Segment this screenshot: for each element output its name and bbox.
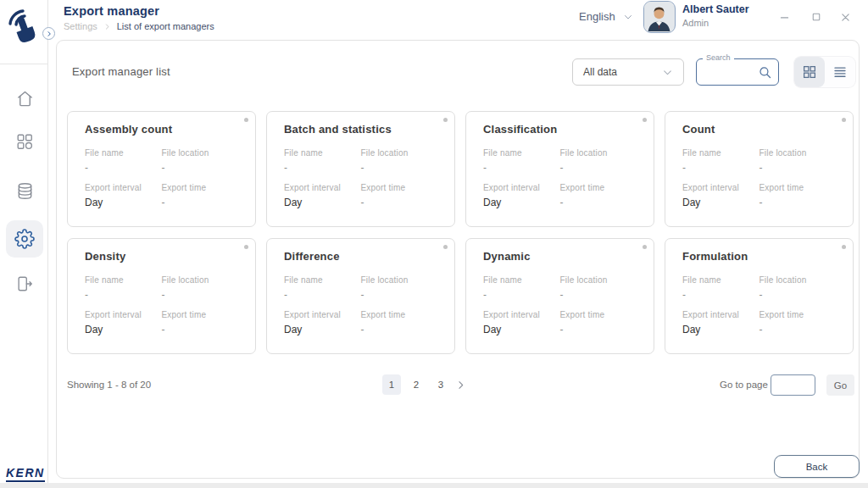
field-value: Day	[682, 324, 760, 336]
touch-logo-icon	[4, 4, 45, 55]
avatar[interactable]	[643, 1, 676, 33]
export-manager-card[interactable]: Density File name - Export interval Day …	[67, 238, 256, 354]
field-label: Export interval	[483, 310, 560, 319]
export-manager-card[interactable]: Dynamic File name - Export interval Day …	[465, 238, 654, 354]
sidebar-item-database[interactable]	[6, 172, 43, 209]
sidebar-item-settings[interactable]	[6, 220, 43, 258]
logout-icon	[15, 274, 34, 293]
kern-brand-logo: KERN	[6, 466, 45, 482]
sidebar: KERN	[0, 0, 48, 483]
field-value: -	[560, 289, 637, 301]
search-box: Search	[696, 58, 779, 86]
pagination-summary: Showing 1 - 8 of 20	[67, 380, 151, 390]
chevron-down-icon	[662, 67, 673, 78]
field-label: File name	[483, 275, 560, 285]
field-value: -	[361, 324, 438, 336]
sidebar-expand-button[interactable]	[42, 27, 55, 40]
field-value: Day	[85, 324, 162, 336]
export-manager-card[interactable]: Classification File name - Export interv…	[465, 111, 654, 227]
field-value: -	[162, 162, 239, 174]
page-title: Export manager	[64, 4, 159, 18]
pagination-pages: 123	[382, 374, 450, 395]
user-role: Admin	[682, 18, 709, 28]
card-title: Dynamic	[483, 250, 637, 263]
field-value: Day	[483, 197, 560, 208]
search-icon[interactable]	[758, 65, 772, 80]
export-manager-card[interactable]: Assembly count File name - Export interv…	[67, 111, 256, 227]
sidebar-item-home[interactable]	[6, 80, 43, 117]
sidebar-item-apps[interactable]	[6, 123, 43, 160]
goto-page-label: Go to page	[720, 380, 768, 390]
field-label: Export interval	[682, 183, 760, 192]
field-label: File name	[682, 148, 760, 158]
field-label: File location	[760, 275, 837, 285]
field-value: -	[162, 324, 239, 336]
field-value: -	[483, 289, 560, 301]
maximize-button[interactable]	[810, 10, 823, 24]
field-label: File location	[361, 148, 438, 158]
export-manager-card[interactable]: Difference File name - Export interval D…	[266, 238, 455, 354]
chevron-down-icon	[623, 12, 633, 22]
back-button[interactable]: Back	[774, 455, 860, 478]
card-status-dot-icon	[443, 245, 448, 249]
field-label: File name	[682, 275, 760, 285]
bottom-strip	[0, 483, 868, 488]
page-button-1[interactable]: 1	[382, 374, 401, 395]
field-label: Export interval	[483, 183, 560, 192]
goto-page-input[interactable]	[771, 374, 815, 396]
user-name: Albert Sauter	[682, 3, 749, 15]
field-label: File name	[284, 148, 361, 158]
list-view-button[interactable]	[825, 57, 855, 87]
breadcrumb-current: List of export managers	[117, 21, 214, 31]
database-icon	[15, 181, 35, 201]
grid-view-icon	[802, 64, 817, 80]
filter-dropdown[interactable]: All data	[572, 58, 684, 86]
field-value: -	[760, 197, 837, 208]
minimize-button[interactable]	[777, 10, 791, 24]
list-view-icon	[832, 64, 848, 80]
card-title: Density	[85, 250, 238, 263]
close-button[interactable]	[838, 10, 852, 24]
field-label: Export interval	[85, 183, 162, 192]
card-status-dot-icon	[443, 118, 448, 122]
breadcrumb-parent[interactable]: Settings	[64, 21, 97, 31]
field-value: -	[361, 197, 438, 208]
field-label: Export time	[560, 310, 637, 319]
field-value: Day	[284, 324, 361, 336]
card-title: Assembly count	[85, 123, 238, 136]
field-value: -	[760, 289, 837, 301]
field-label: Export interval	[682, 310, 760, 319]
search-input[interactable]	[702, 62, 754, 82]
field-label: Export time	[162, 183, 239, 192]
export-manager-card[interactable]: Formulation File name - Export interval …	[665, 238, 854, 354]
export-manager-card[interactable]: Batch and statistics File name - Export …	[266, 111, 455, 227]
filter-dropdown-value: All data	[583, 66, 617, 78]
field-value: -	[560, 197, 637, 208]
field-label: Export interval	[85, 310, 162, 319]
field-label: File location	[760, 148, 837, 158]
sidebar-divider	[0, 64, 48, 64]
go-button[interactable]: Go	[826, 374, 854, 396]
sidebar-item-logout[interactable]	[6, 265, 43, 302]
field-label: Export time	[361, 183, 438, 192]
export-manager-card[interactable]: Count File name - Export interval Day Fi…	[665, 111, 854, 227]
field-label: File name	[284, 275, 361, 285]
card-title: Batch and statistics	[284, 123, 437, 136]
field-value: -	[284, 162, 361, 174]
language-selector[interactable]: English	[579, 10, 633, 23]
field-label: File location	[162, 275, 239, 285]
card-status-dot-icon	[643, 118, 647, 122]
field-value: -	[361, 162, 438, 174]
field-value: -	[85, 289, 162, 301]
card-status-dot-icon	[643, 245, 647, 249]
grid-view-button[interactable]	[794, 57, 825, 87]
search-label: Search	[703, 53, 734, 62]
page-button-2[interactable]: 2	[407, 374, 426, 395]
card-title: Classification	[483, 123, 637, 136]
chevron-right-icon	[46, 30, 53, 37]
page-button-3[interactable]: 3	[431, 374, 450, 395]
field-value: -	[162, 289, 239, 301]
field-value: Day	[284, 197, 361, 208]
pagination-next-button[interactable]	[452, 374, 469, 395]
card-status-dot-icon	[244, 245, 248, 249]
